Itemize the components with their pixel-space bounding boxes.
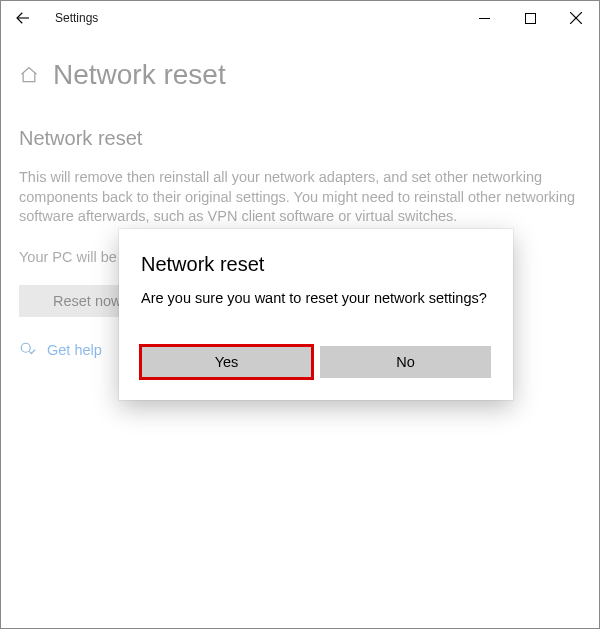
section-heading: Network reset: [19, 127, 581, 150]
description-text: This will remove then reinstall all your…: [19, 168, 579, 227]
maximize-button[interactable]: [507, 2, 553, 34]
back-button[interactable]: [9, 4, 37, 32]
back-arrow-icon: [14, 9, 32, 27]
confirm-dialog: Network reset Are you sure you want to r…: [119, 229, 513, 400]
dialog-title: Network reset: [141, 253, 491, 276]
close-button[interactable]: [553, 2, 599, 34]
page-header: Network reset: [19, 59, 581, 91]
no-button[interactable]: No: [320, 346, 491, 378]
svg-point-5: [21, 343, 30, 352]
dialog-message: Are you sure you want to reset your netw…: [141, 290, 491, 306]
page-title: Network reset: [53, 59, 226, 91]
yes-button[interactable]: Yes: [141, 346, 312, 378]
window-controls: [461, 2, 599, 34]
minimize-button[interactable]: [461, 2, 507, 34]
dialog-buttons: Yes No: [141, 346, 491, 378]
titlebar: Settings: [1, 1, 599, 35]
svg-rect-2: [525, 13, 535, 23]
maximize-icon: [525, 13, 536, 24]
home-icon[interactable]: [19, 65, 39, 85]
window-title: Settings: [55, 11, 98, 25]
titlebar-left: Settings: [9, 4, 98, 32]
help-icon: [19, 341, 37, 359]
minimize-icon: [479, 13, 490, 24]
get-help-link[interactable]: Get help: [47, 342, 102, 358]
close-icon: [570, 12, 582, 24]
